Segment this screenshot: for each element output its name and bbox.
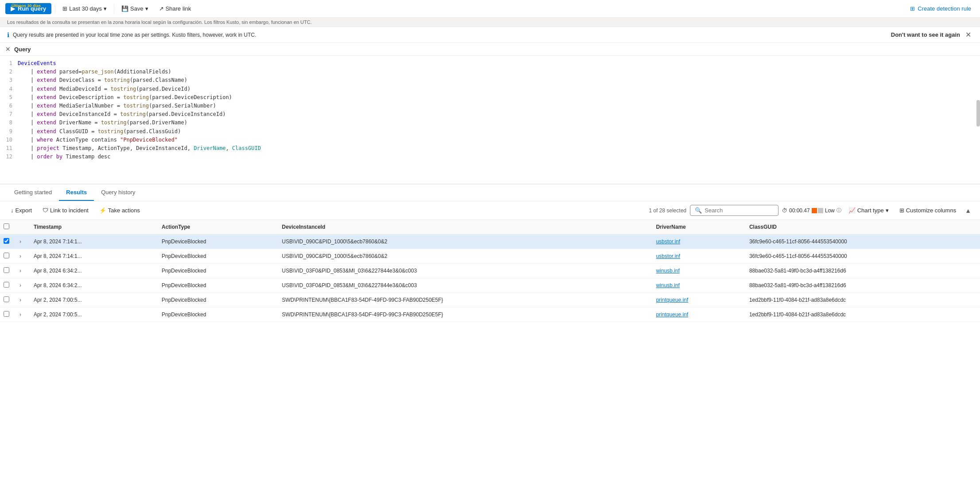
run-query-button[interactable]: ▶ Últimos 30 días Run query — [5, 3, 51, 14]
calendar-icon: ⊞ — [62, 5, 67, 12]
row-checkbox[interactable] — [4, 253, 9, 258]
row-expand[interactable]: › — [16, 234, 28, 249]
row-checkbox[interactable] — [4, 311, 9, 317]
row-timestamp: Apr 8, 2024 6:34:2... — [28, 264, 156, 278]
low-badge: Low — [825, 207, 835, 214]
row-driver-name: printqueue.inf — [651, 307, 744, 322]
code-line-7: | extend DeviceInstanceId = tostring(par… — [18, 110, 973, 119]
tab-query-history[interactable]: Query history — [94, 184, 142, 201]
header-class-guid[interactable]: ClassGUID — [744, 220, 980, 234]
time-range-button[interactable]: ⊞ Last 30 days ▾ — [59, 4, 110, 14]
code-editor[interactable]: 1 2 3 4 5 6 7 8 9 10 11 12 DeviceEvents … — [0, 56, 980, 165]
row-timestamp: Apr 2, 2024 7:00:5... — [28, 307, 156, 322]
share-link-button[interactable]: ↗ Share link — [155, 4, 195, 14]
detection-label: Create detection rule — [918, 5, 971, 12]
row-expand[interactable]: › — [16, 307, 28, 322]
row-checkbox-cell[interactable] — [0, 293, 16, 307]
row-checkbox-cell[interactable] — [0, 234, 16, 249]
chart-type-button[interactable]: 📈 Chart type ▾ — [845, 205, 892, 215]
code-line-12: | order by Timestamp desc — [18, 153, 973, 161]
customize-columns-button[interactable]: ⊞ Customize columns — [896, 205, 960, 215]
row-expand[interactable]: › — [16, 264, 28, 278]
header-driver-name[interactable]: DriverName — [651, 220, 744, 234]
row-checkbox[interactable] — [4, 238, 9, 244]
row-action-type: PnpDeviceBlocked — [156, 249, 277, 264]
select-all-checkbox[interactable] — [4, 223, 9, 229]
row-checkbox-cell[interactable] — [0, 249, 16, 264]
line-num-5: 5 — [5, 93, 12, 102]
share-icon: ↗ — [159, 5, 164, 12]
line-num-6: 6 — [5, 102, 12, 110]
code-lines: DeviceEvents | extend parsed=parse_json(… — [18, 59, 980, 161]
tabs-area: Getting started Results Query history — [0, 184, 980, 201]
line-num-1: 1 — [5, 59, 12, 68]
detection-icon: ⊞ — [910, 5, 915, 12]
row-driver-name: usbstor.inf — [651, 249, 744, 264]
export-icon: ↓ — [11, 207, 14, 214]
scroll-up-button[interactable]: ▲ — [963, 205, 973, 216]
row-expand[interactable]: › — [16, 293, 28, 307]
row-expand[interactable]: › — [16, 249, 28, 264]
tabs-row: Getting started Results Query history — [0, 184, 980, 201]
search-box: 🔍 — [690, 205, 779, 216]
tab-getting-started[interactable]: Getting started — [7, 184, 59, 201]
line-num-3: 3 — [5, 76, 12, 85]
row-timestamp: Apr 8, 2024 7:14:1... — [28, 249, 156, 264]
export-button[interactable]: ↓ Export — [7, 205, 35, 215]
table-row: › Apr 8, 2024 7:14:1... PnpDeviceBlocked… — [0, 234, 980, 249]
run-badge: Últimos 30 días — [12, 4, 41, 8]
line-numbers: 1 2 3 4 5 6 7 8 9 10 11 12 — [0, 59, 18, 161]
info-circle-icon: ⓘ — [837, 207, 841, 214]
row-checkbox-cell[interactable] — [0, 307, 16, 322]
row-driver-name: usbstor.inf — [651, 234, 744, 249]
row-device-instance-id: USB\VID_090C&PID_1000\5&ecb7860&0&2 — [276, 249, 651, 264]
row-action-type: PnpDeviceBlocked — [156, 234, 277, 249]
square-gray — [818, 208, 823, 213]
row-checkbox[interactable] — [4, 296, 9, 302]
timer-squares — [812, 208, 823, 213]
query-close-icon[interactable]: ✕ — [5, 46, 11, 53]
row-checkbox-cell[interactable] — [0, 278, 16, 293]
row-checkbox[interactable] — [4, 267, 9, 273]
row-checkbox[interactable] — [4, 282, 9, 288]
line-num-8: 8 — [5, 119, 12, 127]
header-device-instance-id[interactable]: DeviceInstanceId — [276, 220, 651, 234]
chart-icon: 📈 — [848, 207, 856, 214]
row-class-guid: 36fc9e60-c465-11cf-8056-444553540000 — [744, 249, 980, 264]
table-row: › Apr 2, 2024 7:00:5... PnpDeviceBlocked… — [0, 293, 980, 307]
row-expand[interactable]: › — [16, 278, 28, 293]
chart-type-label: Chart type — [857, 207, 884, 214]
save-chevron: ▾ — [145, 5, 148, 12]
link-incident-button[interactable]: 🛡 Link to incident — [39, 205, 92, 215]
table-row: › Apr 8, 2024 7:14:1... PnpDeviceBlocked… — [0, 249, 980, 264]
dismiss-label[interactable]: Don't want to see it again — [891, 31, 960, 38]
row-timestamp: Apr 8, 2024 7:14:1... — [28, 234, 156, 249]
square-orange — [812, 208, 817, 213]
main-content: Los resultados de la consulta se present… — [0, 18, 980, 488]
header-action-type[interactable]: ActionType — [156, 220, 277, 234]
code-line-10: | where ActionType contains "PnpDeviceBl… — [18, 136, 973, 144]
timer-box: ⏱ 00:00.47 Low ⓘ — [782, 207, 841, 214]
code-line-9: | extend ClassGUID = tostring(parsed.Cla… — [18, 127, 973, 136]
code-line-8: | extend DriverName = tostring(parsed.Dr… — [18, 119, 973, 127]
tab-results[interactable]: Results — [59, 184, 94, 201]
query-scrollbar[interactable] — [976, 100, 980, 127]
top-toolbar: ▶ Últimos 30 días Run query ⊞ Last 30 da… — [0, 0, 980, 18]
clock-icon: ⏱ — [782, 207, 787, 214]
search-input[interactable] — [705, 207, 767, 214]
notice-close-button[interactable]: ✕ — [964, 31, 973, 39]
header-select-all[interactable] — [0, 220, 16, 234]
code-line-2: | extend parsed=parse_json(AdditionalFie… — [18, 68, 973, 76]
row-timestamp: Apr 2, 2024 7:00:5... — [28, 293, 156, 307]
header-expand — [16, 220, 28, 234]
table-row: › Apr 8, 2024 6:34:2... PnpDeviceBlocked… — [0, 264, 980, 278]
toolbar-divider-2 — [114, 4, 114, 13]
line-num-11: 11 — [5, 144, 12, 153]
code-line-4: | extend MediaDeviceId = tostring(parsed… — [18, 85, 973, 93]
create-detection-rule-button[interactable]: ⊞ Create detection rule — [906, 4, 975, 14]
notice-text: Query results are presented in your loca… — [13, 32, 256, 38]
save-button[interactable]: 💾 Save ▾ — [118, 4, 152, 14]
header-timestamp[interactable]: Timestamp — [28, 220, 156, 234]
take-actions-button[interactable]: ⚡ Take actions — [96, 205, 143, 215]
row-checkbox-cell[interactable] — [0, 264, 16, 278]
